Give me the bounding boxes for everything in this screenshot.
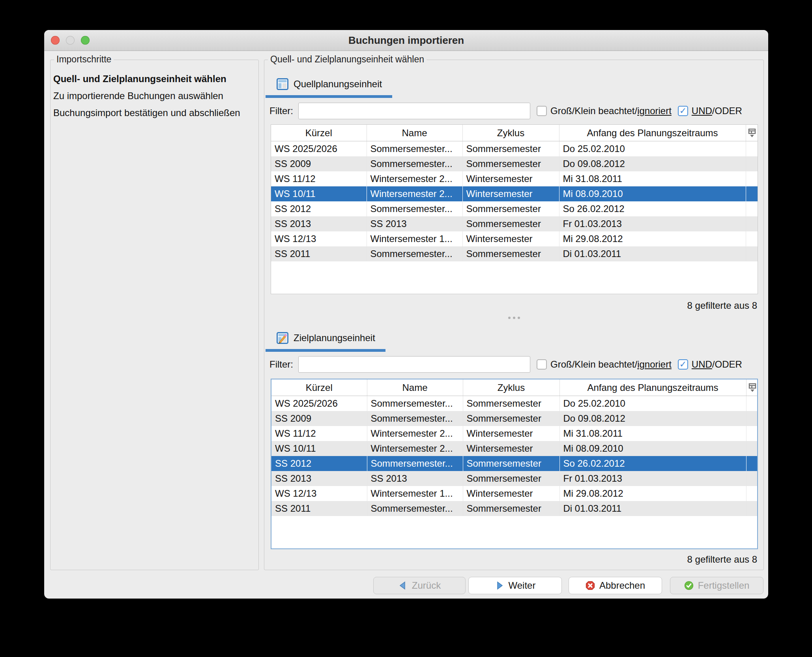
table-cell: Wintersemester 2... [367, 186, 462, 201]
table-cell: Mi 29.08.2012 [559, 486, 746, 501]
table-cell [746, 441, 758, 456]
abbrechen-button[interactable]: Abbrechen [569, 577, 662, 594]
case-sensitive-checkbox[interactable] [537, 106, 547, 116]
table-cell: SS 2013 [367, 471, 463, 486]
table-cell: Sommersemester [462, 246, 559, 261]
close-window-icon[interactable] [51, 36, 60, 45]
table-cell: SS 2012 [271, 456, 367, 471]
splitter-handle[interactable] [264, 315, 763, 321]
step-item-select-planning-units: Quell- und Zielplanungseinheit wählen [53, 70, 256, 87]
table-cell: Sommersemester... [367, 501, 463, 516]
window-title: Buchungen importieren [348, 34, 464, 47]
table-cell: Do 09.08.2012 [559, 411, 746, 426]
table-row[interactable]: WS 12/13Wintersemester 1...Wintersemeste… [271, 231, 758, 246]
table-cell: WS 12/13 [271, 486, 367, 501]
column-header-name[interactable]: Name [367, 125, 462, 141]
table-cell: Wintersemester 2... [367, 171, 462, 186]
column-settings-button[interactable] [746, 125, 758, 141]
table-cell: Sommersemester... [367, 141, 462, 157]
table-cell [746, 216, 758, 231]
case-ignored-link[interactable]: ignoriert [637, 359, 672, 370]
table-cell: Wintersemester 1... [367, 486, 463, 501]
table-header-row: Kürzel Name Zyklus Anfang des Planungsze… [271, 125, 758, 141]
filter-label: Filter: [269, 359, 293, 370]
table-row[interactable]: WS 10/11Wintersemester 2...Wintersemeste… [271, 186, 758, 201]
table-cell: SS 2012 [271, 201, 367, 216]
table-cell: Wintersemester 2... [367, 426, 463, 441]
button-label: Zurück [412, 580, 441, 591]
table-row[interactable]: SS 2009Sommersemester...SommersemesterDo… [271, 156, 758, 171]
planning-unit-selection-group: Quell- und Zielplanungseinheit wählen Qu… [264, 60, 764, 570]
table-cell: Wintersemester [462, 231, 559, 246]
table-cell: Mi 31.08.2011 [559, 171, 746, 186]
back-arrow-icon [398, 581, 408, 590]
table-cell: WS 2025/2026 [271, 396, 367, 411]
import-steps-list: Quell- und Zielplanungseinheit wählen Zu… [53, 70, 256, 121]
table-cell: Wintersemester 2... [367, 441, 463, 456]
zoom-window-icon[interactable] [81, 36, 90, 45]
table-row[interactable]: WS 12/13Wintersemester 1...Wintersemeste… [271, 486, 758, 501]
fertigstellen-button[interactable]: Fertigstellen [670, 577, 763, 594]
table-cell [746, 141, 758, 157]
table-cell [746, 156, 758, 171]
column-header-kuerzel[interactable]: Kürzel [271, 379, 367, 396]
und-link[interactable]: UND [692, 105, 712, 116]
column-settings-icon [747, 382, 758, 393]
table-row[interactable]: WS 10/11Wintersemester 2...Wintersemeste… [271, 441, 758, 456]
filter-input-source[interactable] [298, 103, 530, 119]
column-settings-button[interactable] [746, 379, 758, 396]
table-cell: Mi 29.08.2012 [559, 231, 746, 246]
table-row[interactable]: SS 2012Sommersemester...SommersemesterSo… [271, 456, 758, 471]
oder-label: /ODER [712, 359, 742, 370]
and-or-checkbox[interactable]: ✓ [678, 106, 688, 116]
filter-label: Filter: [269, 105, 293, 116]
table-cell [746, 471, 758, 486]
tab-label: Quellplanungseinheit [294, 79, 382, 90]
table-cell: Sommersemester... [367, 411, 463, 426]
table-row[interactable]: SS 2011Sommersemester...SommersemesterDi… [271, 246, 758, 261]
table-row[interactable]: SS 2013SS 2013SommersemesterFr 01.03.201… [271, 216, 758, 231]
case-ignored-link[interactable]: ignoriert [637, 105, 672, 116]
weiter-button[interactable]: Weiter [468, 577, 562, 594]
table-row[interactable]: WS 2025/2026Sommersemester...Sommersemes… [271, 141, 758, 157]
column-header-anfang[interactable]: Anfang des Planungszeitraums [559, 379, 746, 396]
table-cell: Sommersemester [462, 216, 559, 231]
table-row[interactable]: SS 2009Sommersemester...SommersemesterDo… [271, 411, 758, 426]
zurueck-button[interactable]: Zurück [373, 577, 466, 594]
import-steps-group: Importschritte Quell- und Zielplanungsei… [50, 60, 259, 570]
table-cell: Sommersemester [463, 471, 559, 486]
table-row[interactable]: WS 11/12Wintersemester 2...Wintersemeste… [271, 426, 758, 441]
step-item-select-bookings: Zu importierende Buchungen auswählen [53, 87, 256, 104]
and-or-label: UND/ODER [692, 359, 742, 370]
and-or-checkbox[interactable]: ✓ [678, 359, 688, 370]
column-header-name[interactable]: Name [367, 379, 463, 396]
column-header-zyklus[interactable]: Zyklus [462, 125, 559, 141]
table-cell: SS 2013 [367, 216, 462, 231]
tab-zielplanungseinheit[interactable]: Zielplanungseinheit [266, 327, 385, 352]
table-cell: Mi 31.08.2011 [559, 426, 746, 441]
minimize-window-icon[interactable] [66, 36, 75, 45]
tab-label: Zielplanungseinheit [294, 332, 375, 344]
oder-label: /ODER [712, 105, 742, 116]
button-label: Fertigstellen [698, 580, 750, 591]
table-row[interactable]: SS 2011Sommersemester...SommersemesterDi… [271, 501, 758, 516]
planning-unit-selection-group-title: Quell- und Zielplanungseinheit wählen [268, 54, 427, 65]
table-cell: WS 10/11 [271, 441, 367, 456]
case-sensitive-checkbox[interactable] [537, 359, 547, 370]
table-row[interactable]: WS 11/12Wintersemester 2...Wintersemeste… [271, 171, 758, 186]
dialog-window: Buchungen importieren Importschritte Que… [44, 30, 768, 599]
und-link[interactable]: UND [692, 359, 712, 370]
table-cell: Wintersemester [462, 186, 559, 201]
and-or-label: UND/ODER [692, 105, 742, 116]
filter-input-target[interactable] [298, 356, 530, 373]
table-row[interactable]: SS 2013SS 2013SommersemesterFr 01.03.201… [271, 471, 758, 486]
column-header-kuerzel[interactable]: Kürzel [271, 125, 367, 141]
column-header-anfang[interactable]: Anfang des Planungszeitraums [559, 125, 746, 141]
table-cell: Di 01.03.2011 [559, 246, 746, 261]
table-row[interactable]: SS 2012Sommersemester...SommersemesterSo… [271, 201, 758, 216]
titlebar[interactable]: Buchungen importieren [44, 30, 768, 51]
table-row[interactable]: WS 2025/2026Sommersemester...Sommersemes… [271, 396, 758, 411]
column-header-zyklus[interactable]: Zyklus [463, 379, 559, 396]
tab-quellplanungseinheit[interactable]: Quellplanungseinheit [266, 73, 392, 98]
table-cell [746, 396, 758, 411]
